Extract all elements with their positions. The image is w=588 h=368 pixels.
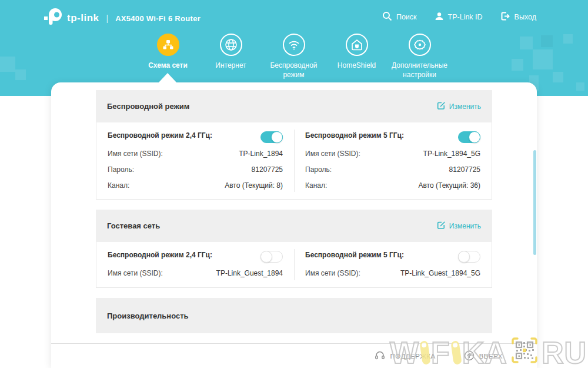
field-label: Имя сети (SSID):: [108, 268, 163, 279]
tab-label: Дополнительные настройки: [388, 61, 451, 79]
guest-24ghz-toggle[interactable]: [260, 251, 283, 263]
field-label: Имя сети (SSID):: [305, 268, 360, 279]
tab-label: HomeShield: [338, 61, 376, 71]
performance-section-header: Производительность: [96, 298, 492, 333]
field-label: Пароль:: [108, 165, 134, 175]
wireless-section: Беспроводной режим Изменить: [96, 90, 492, 200]
field-label: Канал:: [108, 181, 129, 191]
top-header: tp-link | AX5400 Wi-Fi 6 Router Поиск: [0, 0, 588, 33]
arrow-up-circle-icon: [464, 350, 475, 362]
band-24ghz-column: Беспроводной режим 2,4 ГГц: Имя сети (SS…: [96, 122, 294, 199]
field-label: Имя сети (SSID):: [305, 149, 360, 159]
edit-label: Изменить: [449, 222, 481, 230]
field-value: 81207725: [252, 165, 283, 175]
guest-section-header: Гостевая сеть Изменить: [96, 210, 492, 242]
mosaic-square: [563, 34, 573, 44]
band-toggle-label: Беспроводной режим 2,4 ГГц:: [108, 130, 212, 141]
search-icon: [382, 11, 392, 23]
ssid-row: Имя сети (SSID): TP-Link_1894_5G: [305, 149, 480, 159]
wireless-24ghz-toggle[interactable]: [260, 131, 283, 143]
band-toggle-label: Беспроводной режим 5 ГГц:: [305, 250, 404, 260]
support-link[interactable]: ПОДДЕРЖКА: [375, 350, 435, 362]
wifi-icon: [283, 34, 305, 56]
wireless-5ghz-toggle[interactable]: [458, 131, 480, 143]
toggle-knob: [458, 251, 470, 263]
field-label: Имя сети (SSID):: [108, 149, 163, 159]
card-footer: ПОДДЕРЖКА ВВЕРХ: [51, 343, 537, 368]
headset-icon: [375, 350, 385, 362]
edit-icon: [437, 221, 446, 231]
tab-advanced[interactable]: Дополнительные настройки: [388, 34, 451, 79]
performance-section: Производительность: [96, 298, 492, 333]
wireless-section-body: Беспроводной режим 2,4 ГГц: Имя сети (SS…: [96, 122, 492, 200]
mosaic-square: [553, 72, 563, 82]
guest-24ghz-column: Беспроводной режим 2,4 ГГц: Имя сети (SS…: [96, 242, 294, 287]
back-to-top-link[interactable]: ВВЕРХ: [464, 350, 503, 362]
main-nav: Схема сети Интернет: [136, 34, 451, 79]
guest-network-section: Гостевая сеть Изменить: [96, 210, 492, 288]
logout-icon: [500, 11, 510, 23]
logout-button[interactable]: Выход: [500, 11, 536, 23]
search-button[interactable]: Поиск: [382, 11, 417, 23]
content-card: Беспроводной режим Изменить: [51, 82, 537, 368]
band-5ghz-column: Беспроводной режим 5 ГГц: Имя сети (SSID…: [294, 122, 492, 199]
guest-section-body: Беспроводной режим 2,4 ГГц: Имя сети (SS…: [96, 242, 492, 288]
user-icon: [435, 12, 444, 23]
router-model-title: AX5400 Wi-Fi 6 Router: [115, 14, 201, 23]
band-toggle-label: Беспроводной режим 2,4 ГГц:: [108, 250, 212, 260]
column-divider: [294, 249, 295, 280]
toggle-knob: [469, 131, 480, 143]
guest-edit-button[interactable]: Изменить: [437, 221, 481, 231]
field-value: 81207725: [449, 165, 480, 175]
section-title: Производительность: [107, 311, 189, 320]
header-menu: Поиск TP-Link ID: [382, 11, 536, 23]
tplink-id-button[interactable]: TP-Link ID: [435, 11, 483, 23]
home-shield-icon: [346, 34, 368, 56]
guest-5ghz-column: Беспроводной режим 5 ГГц: Имя сети (SSID…: [294, 242, 492, 287]
tplink-id-label: TP-Link ID: [448, 13, 483, 21]
active-tab-pointer: [158, 73, 177, 83]
mosaic-square: [0, 57, 15, 72]
brand-separator: |: [106, 14, 109, 23]
band-toggle-label: Беспроводной режим 5 ГГц:: [305, 130, 404, 141]
field-value: TP-Link_1894: [239, 149, 283, 159]
search-label: Поиск: [396, 13, 417, 21]
field-label: Пароль:: [305, 165, 332, 175]
tab-label: Интернет: [215, 61, 246, 71]
logout-label: Выход: [514, 13, 536, 21]
channel-row: Канал: Авто (Текущий: 8): [108, 181, 283, 191]
mosaic-square: [520, 37, 533, 49]
support-label: ПОДДЕРЖКА: [390, 353, 435, 360]
scrollbar-thumb[interactable]: [533, 150, 536, 255]
guest-5ghz-toggle[interactable]: [458, 251, 480, 263]
ssid-row: Имя сети (SSID): TP-Link_Guest_1894_5G: [305, 268, 480, 279]
field-value: Авто (Текущий: 8): [225, 181, 283, 191]
ssid-row: Имя сети (SSID): TP-Link_1894: [108, 149, 283, 159]
back-to-top-label: ВВЕРХ: [479, 353, 503, 360]
mosaic-square: [533, 49, 553, 69]
tab-homeshield[interactable]: HomeShield: [325, 34, 388, 79]
wireless-section-header: Беспроводной режим Изменить: [96, 90, 492, 122]
brand[interactable]: tp-link | AX5400 Wi-Fi 6 Router: [44, 8, 201, 29]
tab-label: Беспроводной режим: [262, 61, 325, 79]
gear-icon: [409, 34, 431, 56]
mosaic-square: [541, 35, 553, 47]
password-row: Пароль: 81207725: [108, 165, 283, 175]
tab-internet[interactable]: Интернет: [199, 34, 262, 79]
watermark-text-right: RU: [542, 337, 587, 368]
field-label: Канал:: [305, 181, 327, 191]
toggle-knob: [271, 131, 283, 143]
edit-label: Изменить: [449, 102, 481, 111]
ssid-row: Имя сети (SSID): TP-Link_Guest_1894: [108, 268, 283, 279]
channel-row: Канал: Авто (Текущий: 36): [305, 181, 480, 191]
field-value: TP-Link_1894_5G: [423, 149, 480, 159]
brand-name: tp-link: [67, 12, 99, 24]
mosaic-square: [15, 69, 26, 80]
tab-wireless[interactable]: Беспроводной режим: [262, 34, 325, 79]
field-value: Авто (Текущий: 36): [419, 181, 481, 191]
wireless-edit-button[interactable]: Изменить: [437, 101, 481, 112]
tp-link-logo-icon: [44, 8, 64, 29]
globe-icon: [220, 34, 242, 56]
password-row: Пароль: 81207725: [305, 165, 480, 175]
section-title: Гостевая сеть: [107, 221, 160, 230]
